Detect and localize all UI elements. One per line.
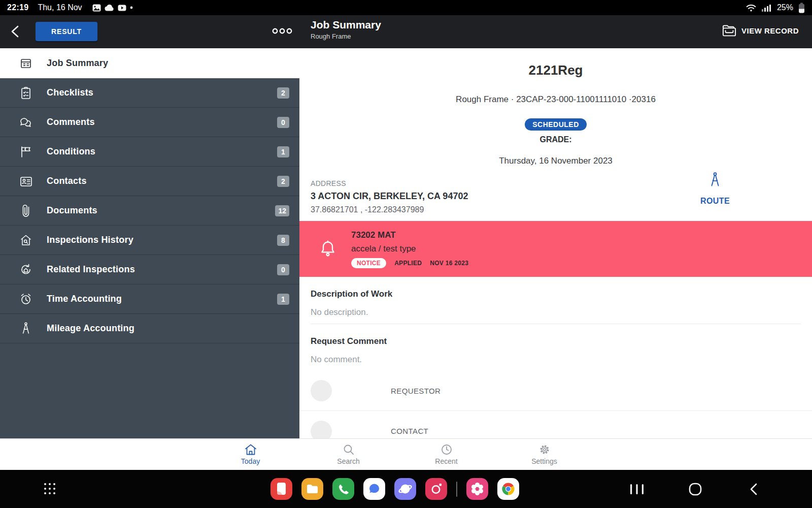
route-label: ROUTE [692, 197, 738, 206]
record-folder-icon [722, 23, 737, 38]
sidebar-item-label: Checklists [47, 87, 93, 98]
home-icon [244, 443, 257, 456]
sidebar-item-mileage-accounting[interactable]: Mileage Accounting [0, 314, 299, 343]
phone-app-icon[interactable] [332, 478, 354, 500]
notice-body: 73202 MAT accela / test type NOTICE APPL… [351, 230, 468, 268]
address-section: ADDRESS 3 ACTON CIR, BERKELEY, CA 94702 … [299, 166, 812, 214]
sidebar-item-time-accounting[interactable]: Time Accounting 1 [0, 284, 299, 314]
sidebar-item-label: Conditions [47, 146, 95, 157]
view-record-button[interactable]: VIEW RECORD [722, 23, 799, 38]
sidebar-item-documents[interactable]: Documents 12 [0, 196, 299, 226]
related-sync-icon [18, 263, 33, 276]
description-value: No description. [311, 307, 801, 324]
sidebar-item-checklists[interactable]: Checklists 2 [0, 78, 299, 108]
sidebar-item-label: Comments [47, 117, 95, 128]
job-summary-icon [18, 57, 33, 70]
bottom-nav-items: Today Search Recent Settings [201, 439, 593, 470]
status-bar-right: 25% [746, 3, 805, 13]
recents-key[interactable] [619, 470, 655, 508]
back-chevron-icon [10, 25, 21, 38]
notice-title: 73202 MAT [351, 230, 468, 240]
coordinates-value: 37.86821701 , -122.283437989 [311, 205, 801, 214]
description-section: Description of Work No description. Requ… [299, 289, 812, 371]
sidebar-item-conditions[interactable]: Conditions 1 [0, 137, 299, 167]
nav-search-label: Search [337, 457, 359, 465]
internet-app-icon[interactable] [394, 478, 416, 500]
app-drawer-button[interactable] [40, 479, 60, 499]
notice-status: APPLIED [394, 260, 422, 267]
signal-icon [762, 4, 772, 12]
job-summary-panel: 2121Reg Rough Frame · 23CAP-23-000-11001… [299, 48, 812, 438]
house-search-icon [18, 234, 33, 246]
description-label: Description of Work [311, 289, 801, 299]
record-subtitle: Rough Frame · 23CAP-23-000-11001111010 ·… [299, 94, 812, 105]
status-badge: SCHEDULED [525, 118, 587, 131]
nav-recent[interactable]: Recent [397, 439, 495, 470]
request-comment-value: No comment. [311, 355, 801, 371]
notice-meta: NOTICE APPLIED NOV 16 2023 [351, 258, 468, 268]
search-icon [343, 443, 355, 456]
checklist-icon [18, 86, 33, 100]
notification-icons [92, 4, 133, 12]
sidebar-item-label: Contacts [47, 176, 87, 186]
flag-icon [18, 145, 33, 158]
gear-icon [538, 443, 551, 456]
home-key[interactable] [678, 470, 713, 508]
result-button[interactable]: RESULT [36, 22, 97, 41]
gallery-app-icon[interactable] [466, 478, 488, 500]
count-badge: 8 [277, 235, 289, 246]
sidebar-item-label: Related Inspections [47, 264, 135, 275]
chrome-app-icon[interactable] [497, 478, 519, 500]
home-key-icon [689, 483, 702, 496]
sidebar-item-comments[interactable]: Comments 0 [0, 108, 299, 137]
notes-app-icon[interactable] [270, 478, 292, 500]
count-badge: 1 [277, 294, 289, 305]
nav-settings[interactable]: Settings [495, 439, 593, 470]
sidebar-item-label: Inspections History [47, 235, 133, 245]
nav-settings-label: Settings [531, 457, 557, 465]
nav-search[interactable]: Search [299, 439, 397, 470]
route-button[interactable]: ROUTE [692, 171, 738, 206]
overflow-menu-button[interactable] [272, 26, 292, 38]
sidebar-item-inspections-history[interactable]: Inspections History 8 [0, 226, 299, 255]
android-status-bar: 22:19 Thu, 16 Nov 25% [0, 0, 812, 15]
android-taskbar [0, 470, 812, 508]
count-badge: 1 [277, 146, 289, 157]
camera-app-icon[interactable] [425, 478, 447, 500]
notice-banner[interactable]: 73202 MAT accela / test type NOTICE APPL… [299, 221, 812, 277]
notice-badge: NOTICE [351, 258, 386, 268]
my-files-app-icon[interactable] [301, 478, 323, 500]
header-title-block: Job Summary Rough Frame [311, 19, 381, 40]
inspection-date: Thursday, 16 November 2023 [299, 156, 812, 166]
back-button[interactable] [6, 22, 24, 41]
contact-label: CONTACT [391, 427, 428, 435]
nav-today[interactable]: Today [201, 439, 299, 470]
taskbar-apps [270, 478, 519, 500]
page-subtitle: Rough Frame [311, 33, 381, 40]
status-badge-row: SCHEDULED [299, 118, 812, 131]
play-icon [118, 5, 126, 11]
gallery-icon [92, 4, 101, 12]
messages-app-icon[interactable] [363, 478, 385, 500]
taskbar-nav-keys [599, 470, 812, 508]
battery-icon [798, 3, 805, 13]
count-badge: 12 [275, 205, 289, 216]
count-badge: 2 [277, 176, 289, 187]
sidebar-item-contacts[interactable]: Contacts 2 [0, 167, 299, 196]
sidebar-item-job-summary[interactable]: Job Summary [0, 48, 299, 78]
sidebar-item-related-inspections[interactable]: Related Inspections 0 [0, 255, 299, 284]
route-compass-icon [709, 171, 721, 188]
notice-date: NOV 16 2023 [430, 260, 468, 267]
wifi-icon [746, 4, 757, 12]
requestor-row[interactable]: REQUESTOR [299, 371, 812, 411]
status-bar-left: 22:19 Thu, 16 Nov [7, 3, 133, 12]
screen: 22:19 Thu, 16 Nov 25% RESULT Job Summary [0, 0, 812, 508]
overflow-menu-icon [272, 26, 292, 36]
content-area: Job Summary Checklists 2 Comments 0 [0, 48, 812, 438]
contact-row[interactable]: CONTACT [299, 411, 812, 438]
back-key[interactable] [736, 470, 771, 508]
paperclip-icon [18, 204, 33, 217]
clock-icon [441, 443, 453, 456]
app-bottom-nav: Today Search Recent Settings [0, 438, 812, 470]
back-key-icon [749, 483, 758, 496]
